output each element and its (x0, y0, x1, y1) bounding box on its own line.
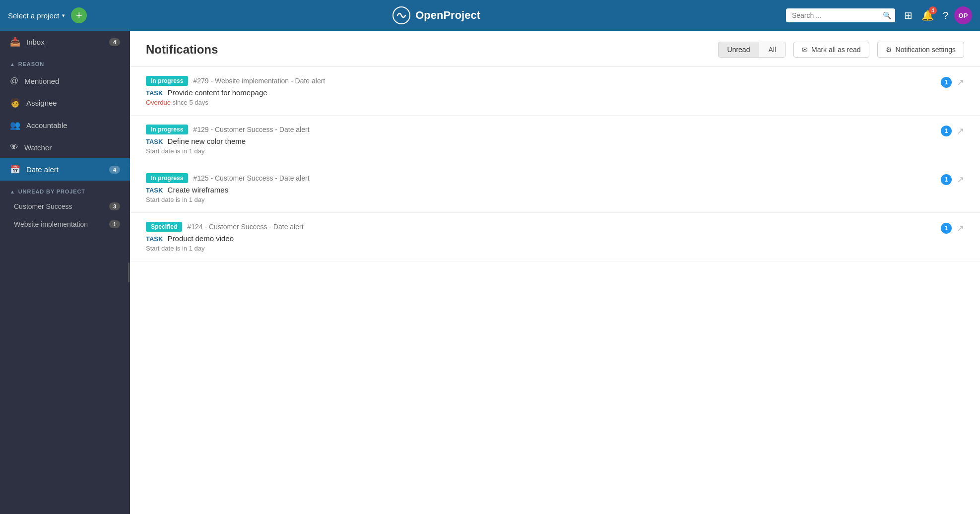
task-label-4: TASK (146, 235, 163, 243)
share-icon-3[interactable]: ↗ (957, 174, 964, 185)
notif-sub-4: Start date is in 1 day (146, 245, 933, 252)
openproject-logo-icon (392, 6, 410, 24)
notifications-bell-button[interactable]: 🔔 4 (918, 6, 937, 24)
task-name-1: Provide content for homepage (168, 88, 267, 97)
search-box[interactable]: 🔍 (786, 8, 895, 22)
filter-tab-unread[interactable]: Unread (719, 42, 760, 57)
customer-success-badge: 3 (109, 202, 120, 210)
sidebar-sub-item-customer-success[interactable]: Customer Success 3 (0, 197, 130, 215)
unread-section-label: UNREAD BY PROJECT (18, 189, 85, 194)
mentioned-icon: @ (10, 76, 18, 86)
notification-item-2[interactable]: In progress #129 - Customer Success - Da… (130, 116, 980, 164)
share-icon-4[interactable]: ↗ (957, 223, 964, 234)
mark-all-read-label: Mark all as read (811, 46, 861, 54)
task-label-1: TASK (146, 89, 163, 97)
date-alert-icon: 📅 (10, 164, 20, 175)
inbox-label: Inbox (26, 38, 103, 46)
notif-meta-text-2: #129 - Customer Success - Date alert (193, 126, 309, 133)
notif-task-line-2: TASK Define new color theme (146, 137, 933, 145)
reason-chevron-icon: ▲ (10, 62, 15, 67)
count-badge-2: 1 (941, 126, 952, 136)
mark-read-icon: ✉ (802, 46, 808, 54)
notif-meta-1: In progress #279 - Website implementatio… (146, 76, 933, 86)
notification-item-4[interactable]: Specified #124 - Customer Success - Date… (130, 213, 980, 261)
notif-task-line-4: TASK Product demo video (146, 234, 933, 243)
help-button[interactable]: ? (940, 7, 951, 24)
task-label-2: TASK (146, 138, 163, 145)
count-badge-4: 1 (941, 223, 952, 234)
count-badge-3: 1 (941, 174, 952, 185)
notif-main-4: Specified #124 - Customer Success - Date… (146, 222, 933, 252)
add-button[interactable]: + (71, 7, 87, 23)
logo-area: OpenProject (93, 6, 780, 24)
reason-section-label: REASON (18, 61, 44, 67)
sidebar-item-inbox[interactable]: 📥 Inbox 4 (0, 31, 130, 53)
notification-item-1[interactable]: In progress #279 - Website implementatio… (130, 67, 980, 116)
accountable-label: Accountable (26, 121, 120, 129)
notification-settings-label: Notification settings (896, 46, 956, 54)
sidebar-sub-item-website-implementation[interactable]: Website implementation 1 (0, 215, 130, 233)
notif-sub-1: Overdue since 5 days (146, 99, 933, 106)
sidebar-item-date-alert[interactable]: 📅 Date alert 4 (0, 158, 130, 181)
notif-task-line-1: TASK Provide content for homepage (146, 88, 933, 97)
task-name-4: Product demo video (168, 234, 234, 243)
grid-menu-button[interactable]: ⊞ (901, 6, 915, 24)
mark-all-read-button[interactable]: ✉ Mark all as read (793, 42, 869, 58)
notifications-header: Notifications Unread All ✉ Mark all as r… (130, 31, 980, 67)
settings-gear-icon: ⚙ (886, 46, 892, 54)
notification-settings-button[interactable]: ⚙ Notification settings (877, 42, 964, 58)
task-name-2: Define new color theme (168, 137, 246, 145)
notif-main-1: In progress #279 - Website implementatio… (146, 76, 933, 106)
notif-sub-2: Start date is in 1 day (146, 147, 933, 155)
notif-actions-3: 1 ↗ (941, 173, 964, 185)
project-selector-caret-icon: ▾ (62, 12, 65, 19)
sub-text-4: Start date is in 1 day (146, 245, 205, 252)
notification-item-3[interactable]: In progress #125 - Customer Success - Da… (130, 164, 980, 213)
logo-text: OpenProject (415, 9, 480, 22)
inbox-icon: 📥 (10, 37, 20, 47)
search-input[interactable] (792, 11, 879, 19)
customer-success-label: Customer Success (14, 202, 104, 210)
top-nav-icons: ⊞ 🔔 4 ? OP (901, 6, 972, 24)
project-selector[interactable]: Select a project ▾ (8, 11, 65, 20)
watcher-label: Watcher (24, 143, 120, 152)
website-implementation-badge: 1 (109, 220, 120, 228)
avatar[interactable]: OP (954, 6, 972, 24)
status-badge-4: Specified (146, 222, 182, 232)
count-badge-1: 1 (941, 77, 952, 88)
notif-meta-text-4: #124 - Customer Success - Date alert (187, 223, 303, 231)
assignee-label: Assignee (26, 99, 120, 107)
sidebar: 📥 Inbox 4 ▲ REASON @ Mentioned 🧑 Assigne… (0, 31, 130, 514)
main-layout: 📥 Inbox 4 ▲ REASON @ Mentioned 🧑 Assigne… (0, 31, 980, 514)
date-alert-badge: 4 (109, 166, 120, 174)
overdue-text-1: Overdue (146, 99, 171, 106)
date-alert-label: Date alert (26, 165, 103, 174)
notif-meta-2: In progress #129 - Customer Success - Da… (146, 125, 933, 134)
status-badge-3: In progress (146, 173, 188, 183)
status-badge-2: In progress (146, 125, 188, 134)
sidebar-item-assignee[interactable]: 🧑 Assignee (0, 92, 130, 114)
notifications-title: Notifications (146, 43, 710, 57)
notification-badge: 4 (929, 6, 937, 14)
sidebar-item-accountable[interactable]: 👥 Accountable (0, 114, 130, 136)
sidebar-item-mentioned[interactable]: @ Mentioned (0, 70, 130, 92)
filter-tab-all[interactable]: All (759, 42, 785, 57)
sidebar-item-watcher[interactable]: 👁 Watcher (0, 136, 130, 158)
assignee-icon: 🧑 (10, 98, 20, 108)
top-navigation: Select a project ▾ + OpenProject 🔍 ⊞ 🔔 4… (0, 0, 980, 31)
notif-task-line-3: TASK Create wireframes (146, 186, 933, 194)
reason-section[interactable]: ▲ REASON (0, 53, 130, 70)
notif-actions-4: 1 ↗ (941, 222, 964, 234)
share-icon-2[interactable]: ↗ (957, 126, 964, 136)
grid-icon: ⊞ (904, 9, 913, 21)
notif-meta-text-1: #279 - Website implementation - Date ale… (193, 77, 325, 85)
notif-sub-3: Start date is in 1 day (146, 196, 933, 203)
notif-main-2: In progress #129 - Customer Success - Da… (146, 125, 933, 155)
filter-tabs: Unread All (718, 42, 785, 58)
overdue-detail-1: since 5 days (173, 99, 208, 106)
share-icon-1[interactable]: ↗ (957, 77, 964, 88)
task-name-3: Create wireframes (168, 186, 229, 194)
unread-section[interactable]: ▲ UNREAD BY PROJECT (0, 181, 130, 197)
notif-meta-3: In progress #125 - Customer Success - Da… (146, 173, 933, 183)
notifications-list: In progress #279 - Website implementatio… (130, 67, 980, 514)
